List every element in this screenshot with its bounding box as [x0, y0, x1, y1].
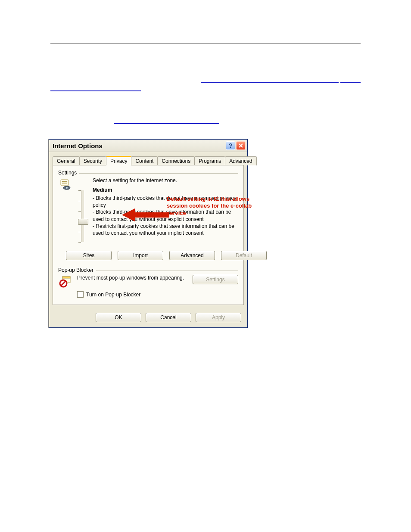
- link-underline-4: [114, 123, 219, 124]
- default-button: Default: [221, 251, 267, 260]
- import-button[interactable]: Import: [118, 251, 163, 260]
- settings-group-label: Settings: [58, 170, 77, 176]
- ok-button[interactable]: OK: [96, 313, 141, 322]
- popup-blocker-icon: [58, 275, 73, 288]
- settings-group-rule: [79, 173, 238, 174]
- dialog-title: Internet Options: [51, 142, 225, 149]
- help-button[interactable]: ?: [226, 141, 235, 150]
- tab-general[interactable]: General: [53, 156, 80, 165]
- settings-buttons: Sites Import Advanced Default: [58, 251, 238, 260]
- cancel-button[interactable]: Cancel: [146, 313, 191, 322]
- tab-advanced[interactable]: Advanced: [225, 156, 256, 165]
- tab-connections[interactable]: Connections: [157, 156, 195, 165]
- svg-rect-7: [62, 277, 70, 278]
- close-icon: [239, 143, 243, 148]
- sites-button[interactable]: Sites: [66, 251, 112, 260]
- link-underline-3: [340, 82, 361, 83]
- svg-rect-1: [62, 181, 67, 182]
- link-underline-1: [50, 90, 141, 91]
- apply-button: Apply: [196, 313, 241, 322]
- close-button[interactable]: [236, 141, 246, 150]
- page: Internet Options ? General Security Priv…: [0, 0, 411, 532]
- tabstrip: General Security Privacy Content Connect…: [49, 152, 247, 165]
- titlebar[interactable]: Internet Options ?: [49, 140, 247, 152]
- popup-settings-button: Settings: [193, 275, 238, 284]
- svg-point-4: [66, 187, 68, 189]
- dialog-footer: OK Cancel Apply: [49, 308, 247, 327]
- tab-programs[interactable]: Programs: [194, 156, 225, 165]
- popup-blocker-group: Pop-up Blocker Prevent most pop-up windo…: [58, 267, 238, 298]
- popup-checkbox-row[interactable]: Turn on Pop-up Blocker: [77, 291, 238, 298]
- privacy-icon: [58, 177, 73, 242]
- link-underline-2: [201, 82, 339, 83]
- popup-group-label: Pop-up Blocker: [58, 267, 93, 273]
- internet-options-dialog: Internet Options ? General Security Priv…: [49, 139, 248, 328]
- slider-track: [81, 190, 84, 242]
- privacy-panel: Settings: [53, 165, 244, 305]
- settings-group-header: Settings: [58, 170, 238, 176]
- svg-rect-2: [62, 183, 67, 184]
- popup-checkbox-label: Turn on Pop-up Blocker: [86, 292, 140, 298]
- slider-thumb[interactable]: [78, 219, 88, 225]
- popup-blocker-text: Prevent most pop-up windows from appeari…: [77, 275, 188, 281]
- popup-checkbox[interactable]: [77, 291, 84, 298]
- privacy-slider[interactable]: [77, 177, 88, 242]
- tab-privacy[interactable]: Privacy: [106, 156, 131, 165]
- annotation-callout: Default setting in IE that allows sessio…: [167, 196, 253, 217]
- settings-prompt: Select a setting for the Internet zone.: [93, 177, 238, 184]
- advanced-button[interactable]: Advanced: [169, 251, 215, 260]
- top-rule: [50, 44, 361, 44]
- privacy-level: Medium: [93, 187, 238, 193]
- popup-group-header: Pop-up Blocker: [58, 267, 238, 273]
- tab-security[interactable]: Security: [79, 156, 106, 165]
- tab-content[interactable]: Content: [131, 156, 158, 165]
- popup-group-rule: [96, 271, 238, 271]
